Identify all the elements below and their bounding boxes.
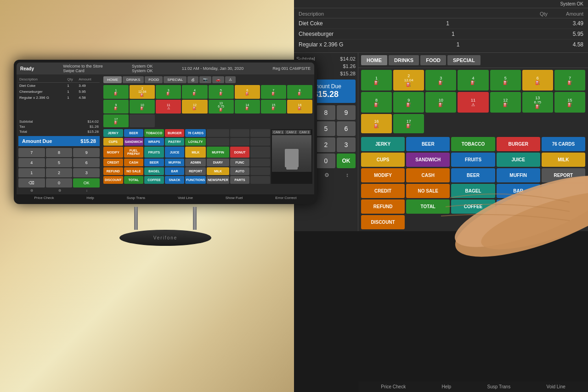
num-6[interactable]: 6: [73, 158, 100, 167]
closeup-fuel-12[interactable]: 12⛽: [490, 92, 521, 113]
closeup-num-3[interactable]: 3: [337, 137, 356, 152]
btn-fuelprepay[interactable]: FUEL PREPAY: [124, 147, 144, 158]
closeup-fuel-6[interactable]: 6⛽: [522, 70, 553, 91]
closeup-fuel-13[interactable]: 136.75⛽: [522, 92, 553, 113]
cam-tab-3[interactable]: CAM 3: [298, 130, 311, 134]
closeup-fuel-7[interactable]: 7⛽: [554, 70, 585, 91]
btn-parts[interactable]: PARTS: [230, 176, 250, 184]
tab-drinks[interactable]: DRINKS: [123, 76, 144, 83]
closeup-btn-beer-2[interactable]: BEER: [451, 168, 495, 182]
num-3[interactable]: 3: [73, 168, 100, 177]
closeup-btn-bar[interactable]: BAR: [497, 184, 540, 198]
fuel-14[interactable]: 14⛽: [235, 100, 260, 114]
btn-diary[interactable]: DIARY: [207, 159, 229, 166]
tab-special[interactable]: SPECIAL: [164, 76, 187, 83]
closeup-btn-cash[interactable]: CASH: [406, 168, 450, 182]
closeup-icon-arrows[interactable]: ↕: [346, 172, 349, 178]
num-4[interactable]: 4: [18, 158, 45, 167]
void-line-btn[interactable]: Void Line: [178, 196, 193, 200]
closeup-fuel-5[interactable]: 5⛽: [490, 70, 521, 91]
fuel-1[interactable]: 1⛽: [103, 85, 129, 99]
closeup-tab-food[interactable]: FOOD: [420, 55, 446, 65]
btn-donut[interactable]: DONUT: [230, 147, 250, 158]
closeup-btn-burger[interactable]: BURGER: [497, 137, 540, 151]
closeup-btn-functions[interactable]: FUNCTIONS: [542, 184, 585, 198]
closeup-tab-home[interactable]: HOME: [361, 55, 387, 65]
btn-report[interactable]: REPORT: [185, 167, 206, 175]
closeup-fuel-2[interactable]: 212.04⛽: [393, 70, 424, 91]
btn-wraps[interactable]: WRAPS: [144, 138, 164, 146]
num-1[interactable]: 1: [18, 168, 45, 177]
num-0[interactable]: 0: [46, 178, 73, 187]
susp-trans-btn[interactable]: Susp Trans: [127, 196, 145, 200]
closeup-btn-76cards[interactable]: 76 CARDS: [542, 137, 585, 151]
btn-76cards[interactable]: 76 CARDS: [185, 129, 206, 137]
tab-home[interactable]: HOME: [103, 76, 122, 83]
closeup-ok[interactable]: OK: [337, 153, 356, 168]
closeup-fuel-10[interactable]: 10⛽: [425, 92, 456, 113]
closeup-tab-drinks[interactable]: DRINKS: [389, 55, 419, 65]
closeup-fuel-17[interactable]: 17⛽: [393, 114, 424, 133]
closeup-num-6[interactable]: 6: [337, 121, 356, 136]
btn-discount[interactable]: DISCOUNT: [103, 176, 123, 184]
icon-up[interactable]: ↕: [86, 189, 88, 193]
closeup-btn-modify[interactable]: MODIFY: [361, 168, 405, 182]
btn-beer-1[interactable]: BEER: [124, 129, 144, 137]
closeup-btn-fruits[interactable]: FRUITS: [451, 153, 495, 167]
cam-tab-1[interactable]: CAM 1: [272, 130, 284, 134]
fuel-10[interactable]: 10⛽: [130, 100, 155, 114]
closeup-btn-total[interactable]: TOTAL: [406, 199, 450, 214]
btn-milk-1[interactable]: MILK: [185, 147, 206, 158]
closeup-btn-nosale[interactable]: NO SALE: [406, 184, 450, 198]
btn-admin[interactable]: ADMIN: [185, 159, 206, 166]
num-7[interactable]: 7: [18, 148, 45, 157]
closeup-fuel-1[interactable]: 1⛽: [361, 70, 392, 91]
fuel-8[interactable]: 8⛽: [287, 85, 312, 99]
btn-modify[interactable]: MODIFY: [103, 147, 123, 158]
closeup-btn-coffee[interactable]: COFFEE: [451, 199, 495, 214]
btn-total[interactable]: TOTAL: [124, 176, 144, 184]
show-fuel-btn[interactable]: Show Fuel: [226, 196, 243, 200]
closeup-btn-bagel[interactable]: BAGEL: [451, 184, 495, 198]
closeup-num-8[interactable]: 8: [317, 105, 335, 120]
ok-btn[interactable]: OK: [73, 178, 100, 187]
fuel-6[interactable]: 6⛽: [235, 85, 260, 99]
closeup-num-5[interactable]: 5: [317, 121, 335, 136]
fuel-11[interactable]: 11⚠: [156, 100, 181, 114]
closeup-btn-tobacco[interactable]: TOBACCO: [451, 137, 495, 151]
closeup-num-2[interactable]: 2: [317, 137, 335, 152]
btn-functions[interactable]: FUNCTIONS: [185, 176, 206, 184]
btn-jerky[interactable]: JERKY: [103, 129, 123, 137]
closeup-btn-milk[interactable]: MILK: [542, 153, 585, 167]
closeup-fuel-11[interactable]: 11⚠: [458, 92, 488, 113]
btn-muffin-1[interactable]: MUFFIN: [207, 147, 229, 158]
closeup-num-9[interactable]: 9: [337, 105, 356, 120]
btn-sandwich[interactable]: SANDWICH: [124, 138, 144, 146]
btn-fruits[interactable]: FRUITS: [144, 147, 164, 158]
closeup-num-0[interactable]: 0: [317, 153, 335, 168]
num-5[interactable]: 5: [46, 158, 73, 167]
closeup-fuel-3[interactable]: 3⛽: [425, 70, 456, 91]
btn-milk-2[interactable]: MILK: [207, 167, 229, 175]
error-correct-btn[interactable]: Error Correct: [275, 196, 296, 200]
icon-cam[interactable]: 📷: [199, 76, 211, 83]
backspace-btn[interactable]: ⌫: [18, 178, 45, 187]
price-check-btn[interactable]: Price Check: [34, 196, 54, 200]
btn-snack[interactable]: SNACK: [165, 176, 185, 184]
closeup-icon-gear[interactable]: ⚙: [324, 172, 329, 178]
btn-juice[interactable]: JUICE: [165, 147, 185, 158]
closeup-btn-jerky[interactable]: JERKY: [361, 137, 405, 151]
btn-coffee[interactable]: COFFEE: [144, 176, 164, 184]
fuel-17[interactable]: 17⛽: [103, 114, 129, 127]
closeup-btn-sandwich[interactable]: SANDWICH: [406, 153, 450, 167]
fuel-12[interactable]: 12⛽: [182, 100, 207, 114]
btn-credit[interactable]: CREDIT: [103, 159, 123, 166]
num-8[interactable]: 8: [46, 148, 73, 157]
btn-nosale[interactable]: NO SALE: [124, 167, 144, 175]
closeup-fuel-16[interactable]: 16⛽: [361, 114, 392, 133]
icon-settings[interactable]: ⚙: [30, 189, 33, 193]
help-btn[interactable]: Help: [86, 196, 94, 200]
btn-refund[interactable]: REFUND: [103, 167, 123, 175]
closeup-btn-juice[interactable]: JUICE: [497, 153, 540, 167]
closeup-btn-report[interactable]: REPORT: [542, 168, 585, 182]
